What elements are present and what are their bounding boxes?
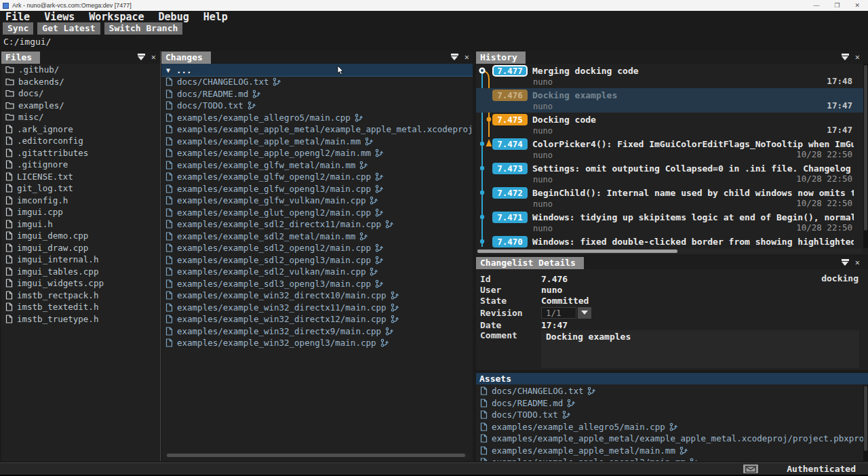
menu-item[interactable]: Help [203, 11, 228, 23]
toolbar-button[interactable]: Sync [3, 22, 33, 35]
file-row[interactable]: backends/ [1, 76, 159, 88]
close-panel-icon[interactable]: ✕ [855, 53, 860, 61]
asset-row[interactable]: examples/example_apple_opengl2/main.mm [476, 456, 863, 461]
file-row[interactable]: imgui_tables.cpp [1, 266, 159, 278]
file-row[interactable]: LICENSE.txt [1, 171, 159, 183]
changes-hscrollbar-thumb[interactable] [167, 454, 465, 457]
file-row[interactable]: imgui_internal.h [1, 254, 159, 266]
changed-file-row[interactable]: examples/example_sdl2_directx11/main.cpp [161, 218, 473, 231]
asset-row[interactable]: examples/example_allegro5/main.cpp [476, 421, 863, 433]
changed-file-row[interactable]: examples/example_glfw_opengl2/main.cpp [161, 171, 473, 183]
file-row[interactable]: imgui.h [1, 218, 159, 231]
changed-file-row[interactable]: examples/example_win32_directx10/main.cp… [161, 290, 473, 302]
minimize-button[interactable]: — [813, 2, 819, 9]
history-hscrollbar[interactable] [477, 249, 862, 254]
assets-vscrollbar[interactable] [863, 385, 868, 461]
changelist-id-badge[interactable]: 7.471 [492, 212, 528, 223]
changed-file-row[interactable]: examples/example_allegro5/main.cpp [161, 112, 473, 124]
file-row[interactable]: git_log.txt [1, 182, 159, 195]
asset-row[interactable]: examples/example_apple_metal/main.mm [476, 445, 863, 457]
asset-row[interactable]: docs/README.md [476, 397, 863, 410]
toolbar-button[interactable]: Get Latest [37, 22, 100, 35]
asset-row[interactable]: docs/TODO.txt [476, 409, 863, 421]
changed-file-row[interactable]: examples/example_win32_directx11/main.cp… [161, 302, 473, 314]
changed-file-row[interactable]: examples/example_win32_directx9/main.cpp [161, 325, 473, 338]
file-row[interactable]: imgui_widgets.cpp [1, 277, 159, 290]
history-entry[interactable]: 7.475 Docking code nuno 17:47 [476, 113, 863, 137]
menu-item[interactable]: Workspace [89, 11, 144, 23]
changes-root-row[interactable]: ▼ ... [161, 64, 473, 77]
maximize-button[interactable]: ❐ [834, 2, 840, 9]
asset-row[interactable]: docs/CHANGELOG.txt [476, 385, 863, 397]
history-vscrollbar[interactable] [863, 64, 868, 248]
history-entry[interactable]: 7.472 BeginChild(): Internal name used b… [476, 186, 863, 210]
changelist-id-badge[interactable]: 7.474 [492, 138, 528, 150]
file-row[interactable]: imstb_textedit.h [1, 301, 159, 313]
history-entry[interactable]: 7.471 Windows: tidying up skipitems logi… [476, 210, 863, 235]
close-panel-icon[interactable]: ✕ [855, 258, 860, 266]
file-row[interactable]: imgui_demo.cpp [1, 230, 159, 242]
file-row[interactable]: .ark_ignore [1, 123, 159, 136]
mail-icon[interactable] [743, 464, 758, 473]
file-row[interactable]: .gitattributes [1, 147, 159, 159]
changed-file-row[interactable]: examples/example_sdl2_opengl3/main.cpp [161, 254, 473, 266]
menu-item[interactable]: Debug [159, 11, 189, 23]
changed-file-row[interactable]: examples/example_sdl2_opengl2/main.cpp [161, 242, 473, 254]
changelist-id-badge[interactable]: 7.472 [492, 187, 528, 199]
history-entry[interactable]: 7.473 Settings: omit outputing Collapsed… [476, 161, 863, 186]
close-panel-icon[interactable]: ✕ [151, 53, 156, 61]
asset-row[interactable]: examples/example_apple_metal/example_app… [476, 433, 863, 445]
file-row[interactable]: imconfig.h [1, 195, 159, 207]
revision-dropdown-button[interactable] [578, 307, 591, 319]
menu-item[interactable]: Views [44, 11, 75, 23]
file-row[interactable]: imgui_draw.cpp [1, 242, 159, 254]
changed-file-row[interactable]: docs/CHANGELOG.txt [161, 76, 473, 88]
file-row[interactable]: .editorconfig [1, 135, 159, 147]
changelist-id-badge[interactable]: 7.477 [492, 65, 528, 77]
file-row[interactable]: .gitignore [1, 159, 159, 171]
changed-file-row[interactable]: examples/example_glfw_opengl3/main.cpp [161, 183, 473, 195]
changed-file-row[interactable]: examples/example_glfw_metal/main.mm [161, 159, 473, 172]
close-panel-icon[interactable]: ✕ [465, 53, 469, 61]
file-row[interactable]: misc/ [1, 111, 159, 123]
changed-file-row[interactable]: examples/example_apple_metal/example_app… [161, 123, 473, 136]
changed-file-row[interactable]: examples/example_apple_metal/main.mm [161, 136, 473, 148]
menu-item[interactable]: File [5, 11, 30, 23]
changelist-id-badge[interactable]: 7.475 [492, 114, 528, 125]
changed-file-row[interactable]: docs/TODO.txt [161, 100, 473, 112]
assets-vscrollbar-thumb[interactable] [864, 386, 867, 451]
changelist-id-badge[interactable]: 7.476 [492, 90, 528, 101]
changelist-id-badge[interactable]: 7.470 [492, 236, 528, 247]
filter-icon[interactable] [138, 54, 145, 60]
history-entry[interactable]: 7.477 Merging docking code nuno 17:48 [476, 64, 863, 88]
filter-icon[interactable] [842, 259, 849, 266]
changed-file-row[interactable]: examples/example_glut_opengl2/main.cpp [161, 207, 473, 219]
changed-file-row[interactable]: examples/example_apple_opengl2/main.mm [161, 147, 473, 159]
history-vscrollbar-thumb[interactable] [864, 65, 867, 231]
file-row[interactable]: examples/ [1, 100, 159, 112]
changed-file-row[interactable]: examples/example_sdl2_metal/main.mm [161, 231, 473, 243]
changed-file-row[interactable]: docs/README.md [161, 88, 473, 100]
close-button[interactable]: ✕ [854, 2, 860, 9]
file-row[interactable]: .github/ [1, 64, 159, 76]
toolbar-button[interactable]: Switch Branch [104, 22, 183, 35]
changed-file-row[interactable]: examples/example_glfw_vulkan/main.cpp [161, 195, 473, 207]
changed-file-row[interactable]: examples/example_win32_directx12/main.cp… [161, 313, 473, 325]
changelist-id-badge[interactable]: 7.473 [492, 163, 528, 174]
changed-file-row[interactable]: examples/example_sdl3_opengl3/main.cpp [161, 278, 473, 290]
comment-field[interactable]: Docking examples [541, 330, 859, 368]
filter-icon[interactable] [451, 54, 458, 60]
history-entry[interactable]: 7.474 ColorPicker4(): Fixed ImGuiColorEd… [476, 137, 863, 161]
changed-file-row[interactable]: examples/example_win32_opengl3/main.cpp [161, 337, 473, 349]
file-row[interactable]: imstb_truetype.h [1, 313, 159, 325]
file-row[interactable]: imstb_rectpack.h [1, 290, 159, 302]
changed-file-row[interactable]: examples/example_sdl2_vulkan/main.cpp [161, 266, 473, 278]
file-row[interactable]: docs/ [1, 87, 159, 100]
expand-triangle-icon[interactable]: ▼ [166, 66, 170, 74]
file-row[interactable]: imgui.cpp [1, 206, 159, 218]
revision-select[interactable]: 1/1 [541, 307, 576, 319]
filter-icon[interactable] [842, 54, 849, 60]
history-hscrollbar-thumb[interactable] [477, 250, 677, 253]
history-entry[interactable]: 7.470 Windows: fixed double-clicked bord… [476, 235, 863, 248]
history-entry[interactable]: 7.476 Docking examples nuno 17:47 [476, 88, 863, 113]
